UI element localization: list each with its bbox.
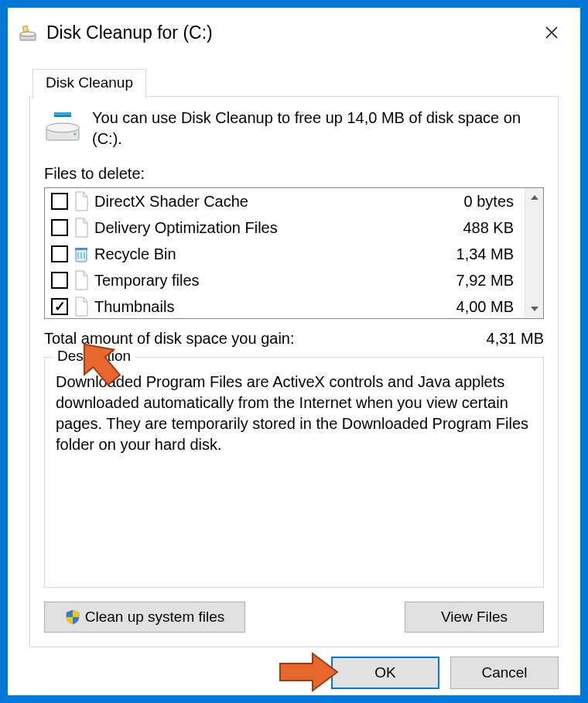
file-name: DirectX Shader Cache [94, 193, 464, 211]
drive-icon [44, 108, 81, 145]
file-name: Delivery Optimization Files [94, 219, 463, 237]
checkbox[interactable] [51, 193, 68, 210]
file-icon [73, 217, 90, 238]
file-size: 4,00 MB [456, 298, 520, 316]
scroll-down-button[interactable] [525, 300, 543, 318]
cancel-label: Cancel [481, 664, 527, 681]
scroll-track[interactable] [525, 207, 543, 300]
ok-button[interactable]: OK [331, 657, 439, 689]
file-name: Thumbnails [94, 298, 456, 316]
disk-cleanup-dialog: Disk Cleanup for (C:) Disk Cleanup Yo [8, 8, 580, 695]
file-row[interactable]: Thumbnails4,00 MB [45, 293, 525, 318]
close-icon [545, 26, 558, 39]
tab-content: You can use Disk Cleanup to free up 14,0… [29, 97, 559, 647]
svg-rect-7 [54, 112, 71, 115]
file-size: 1,34 MB [456, 245, 520, 263]
file-icon [73, 296, 90, 317]
description-label: Description [53, 348, 135, 365]
file-size: 0 bytes [464, 193, 520, 211]
checkbox[interactable] [51, 219, 68, 236]
cleanup-system-files-label: Clean up system files [85, 609, 225, 626]
window-title: Disk Cleanup for (C:) [46, 22, 534, 43]
svg-marker-12 [531, 195, 538, 200]
tab-strip: Disk Cleanup [32, 68, 580, 97]
svg-point-1 [20, 32, 36, 36]
scrollbar[interactable] [525, 188, 543, 318]
cleanup-system-files-button[interactable]: Clean up system files [44, 602, 245, 633]
checkbox[interactable] [51, 298, 68, 315]
checkbox[interactable] [51, 245, 68, 262]
files-to-delete-label: Files to delete: [44, 165, 544, 183]
svg-rect-2 [22, 26, 29, 32]
svg-point-6 [46, 123, 79, 132]
file-icon [73, 190, 90, 212]
svg-marker-13 [531, 307, 538, 311]
svg-rect-8 [54, 115, 71, 117]
file-list: DirectX Shader Cache0 bytesDelivery Opti… [44, 187, 544, 319]
intro-text: You can use Disk Cleanup to free up 14,0… [92, 108, 544, 149]
file-name: Temporary files [94, 272, 456, 290]
total-value: 4,31 MB [487, 330, 544, 348]
file-row[interactable]: Recycle Bin1,34 MB [45, 241, 525, 267]
file-row[interactable]: Delivery Optimization Files488 KB [45, 214, 525, 241]
view-files-button[interactable]: View Files [405, 602, 544, 633]
tab-disk-cleanup[interactable]: Disk Cleanup [32, 69, 146, 98]
file-row[interactable]: DirectX Shader Cache0 bytes [45, 188, 525, 214]
scroll-up-button[interactable] [525, 188, 543, 207]
recycle-bin-icon [73, 243, 90, 265]
total-label: Total amount of disk space you gain: [44, 330, 487, 348]
file-row[interactable]: Temporary files7,92 MB [45, 267, 525, 293]
close-button[interactable] [534, 20, 569, 45]
file-name: Recycle Bin [94, 245, 456, 263]
disk-cleanup-icon [19, 23, 37, 42]
dialog-buttons: OK Cancel [8, 647, 580, 695]
total-row: Total amount of disk space you gain: 4,3… [44, 330, 544, 348]
ok-label: OK [374, 664, 395, 681]
svg-rect-11 [75, 248, 87, 250]
shield-icon [65, 609, 80, 625]
cancel-button[interactable]: Cancel [450, 657, 559, 689]
view-files-label: View Files [441, 609, 508, 626]
file-size: 7,92 MB [456, 272, 520, 290]
description-text: Downloaded Program Files are ActiveX con… [56, 372, 532, 455]
checkbox[interactable] [51, 272, 68, 289]
titlebar: Disk Cleanup for (C:) [8, 8, 580, 54]
svg-point-9 [74, 133, 77, 135]
file-size: 488 KB [463, 219, 520, 237]
description-group: Description Downloaded Program Files are… [44, 357, 544, 588]
file-icon [73, 269, 90, 291]
